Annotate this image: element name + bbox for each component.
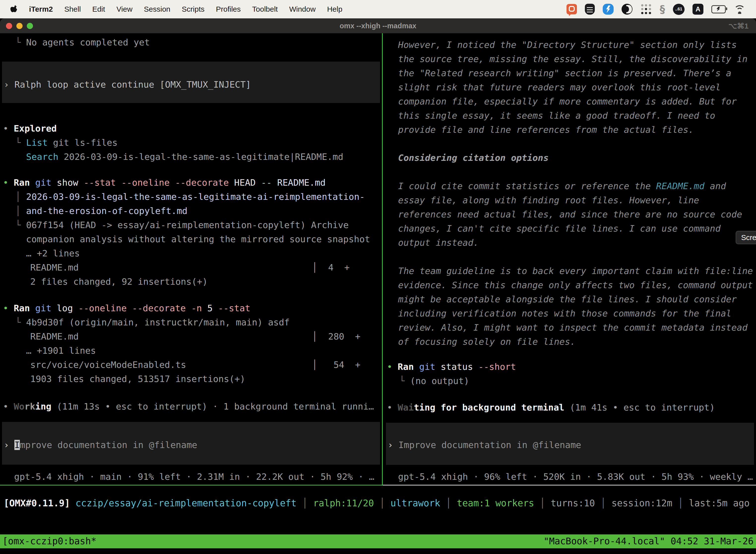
terminal-line: │ 54 + [312,359,360,371]
omx-bar-segment: last:5m ago [689,498,750,509]
menu-item-scripts[interactable]: Scripts [182,5,205,13]
terminal-line: I could cite commit statistics or refere… [398,180,726,192]
menu-item-shell[interactable]: Shell [64,5,81,13]
omx-bar-segment: [OMX#0.11.9] [4,498,70,509]
omx-bar-segment: turns:10 [551,498,595,509]
pie-icon[interactable] [622,4,632,15]
tmux-host-clock: "MacBook-Pro-44.local" 04:52 31-Mar-26 [544,535,754,548]
dots-grid-icon[interactable] [640,3,652,15]
menu-item-view[interactable]: View [117,5,132,13]
omx-bar-segment: │ [440,498,457,509]
terminal-line: › Improve documentation in @filename [4,439,197,451]
menu-item-session[interactable]: Session [144,5,170,13]
terminal-line: └ 067f154 (HEAD -> essay/ai-reimplementa… [15,219,349,231]
terminal-line: gpt-5.4 xhigh · 96% left · 520K in · 5.8… [398,471,753,483]
terminal-line: However, I noticed the "Directory Struct… [398,39,737,51]
wifi-icon[interactable] [734,4,746,14]
terminal-line: changes, I can't cite specific file line… [398,223,720,234]
terminal-line: │ 280 + [312,331,360,342]
battery-icon[interactable] [711,5,726,13]
terminal-line: … +1901 lines [26,345,96,356]
terminal-line: of focusing solely on file lines. [398,336,575,347]
menu-item-window[interactable]: Window [289,5,316,13]
right-terminal-pane[interactable]: However, I noticed the "Directory Struct… [384,33,756,485]
terminal-line: companion file, especially if more comme… [398,96,737,107]
screen: iTerm2ShellEditViewSessionScriptsProfile… [0,0,756,554]
badge-61-icon[interactable]: ..61 [673,4,685,15]
terminal-line: › Improve documentation in @filename [388,439,581,451]
terminal-line: essay file, along with finding root file… [398,195,699,206]
terminal-line: └ 4b9d30f (origin/main, instructkr/main,… [15,317,290,328]
shield-icon[interactable] [585,4,595,15]
terminal-line: • Working (11m 13s • esc to interrupt) ·… [3,401,374,412]
terminal-line: • Ran git status --short [387,361,516,373]
chat-icon[interactable] [567,4,577,14]
window-title: omx --xhigh --madmax [339,22,416,30]
omx-bar-segment: │ [672,498,689,509]
close-window-button[interactable] [6,23,12,29]
tmux-session-label: [omx-cczip0:bash* [2,535,97,548]
traffic-lights [6,23,33,29]
terminal-line: └ (no output) [399,375,469,387]
terminal-line: this single essay, it seems like a good … [398,110,715,121]
terminal-line: Considering citation options [398,152,549,164]
terminal-line: companion analysis without altering the … [26,233,370,245]
terminal-line: provide file and line references from th… [398,124,694,135]
terminal-line: │ 4 + [312,262,350,273]
omx-bar-segment: team:1 workers [457,498,534,509]
section-icon[interactable] [660,3,665,15]
minimize-window-button[interactable] [16,23,22,29]
menu-item-profiles[interactable]: Profiles [216,5,241,13]
terminal-line: README.md [30,262,79,273]
terminal-line: └ No agents completed yet [15,37,150,48]
terminal-line: • Ran git log --oneline --decorate -n 5 … [3,302,250,314]
omx-bar-segment: │ [595,498,612,509]
menu-items: iTerm2ShellEditViewSessionScriptsProfile… [23,5,348,13]
terminal-line: │ 2026-03-09-is-legal-the-same-as-legiti… [15,191,365,203]
omx-bar-segment: │ [534,498,551,509]
omx-bar-segment: │ [297,498,313,509]
terminal-line: › Ralph loop active continue [OMX_TMUX_I… [4,79,251,90]
terminal-line: The team guideline is to back every impo… [398,265,753,277]
menu-item-iterm2[interactable]: iTerm2 [29,5,53,13]
omx-bar-segment [70,498,75,509]
terminal-line: evidence. Since this change only affects… [398,279,753,291]
zoom-window-button[interactable] [27,23,33,29]
menu-bar: iTerm2ShellEditViewSessionScriptsProfile… [0,0,756,18]
terminal-line: Search 2026-03-09-is-legal-the-same-as-l… [15,151,343,163]
terminal-line: 1903 files changed, 513517 insertions(+) [30,373,245,385]
terminal-line: src/voice/voiceModeEnabled.ts [30,359,186,371]
right-pane-bottom-border [383,485,756,486]
screen-overlay-button[interactable]: Scre [736,231,756,244]
terminal-line: │ and-the-erosion-of-copyleft.md [15,205,188,217]
menu-item-toolbelt[interactable]: Toolbelt [252,5,278,13]
terminal: └ No agents completed yet› Ralph loop ac… [0,33,756,486]
left-terminal-pane[interactable]: └ No agents completed yet› Ralph loop ac… [0,33,382,485]
menu-item-edit[interactable]: Edit [92,5,105,13]
screen-overlay-button-label: Scre [741,233,756,242]
window-shortcut-badge: ⌥⌘1 [729,21,749,30]
window-title-bar: omx --xhigh --madmax ⌥⌘1 [0,18,756,33]
left-pane-bottom-border [0,485,382,486]
omx-bar-segment: ultrawork [390,498,440,509]
terminal-line: references need actual files, and since … [398,209,742,220]
terminal-line: … +2 lines [26,248,80,259]
omx-bar-segment: │ [374,498,391,509]
a-icon[interactable]: A [693,4,703,15]
menu-status-icons: ..61A [563,3,750,15]
terminal-line: README.md [30,331,79,342]
omx-bar-segment: session:12m [611,498,672,509]
terminal-line: might be acceptable alongside the file l… [398,294,737,305]
menu-item-help[interactable]: Help [327,5,342,13]
terminal-line: including verification notes with those … [398,308,732,319]
omx-status-bar: [OMX#0.11.9] cczip/essay/ai-reimplementa… [4,497,750,509]
terminal-line: • Explored [3,123,57,134]
terminal-line: └ List git ls-files [15,137,118,149]
tmux-status-bar: [omx-cczip0:bash* "MacBook-Pro-44.local"… [0,535,756,548]
apple-menu-icon[interactable] [10,4,18,14]
pane-divider[interactable] [382,33,383,486]
terminal-line: review. Also, I might want to inspect th… [398,322,748,333]
terminal-line: • Ran git show --stat --oneline --decora… [3,177,326,188]
terminal-line: the source tree, missing the essay. Stil… [398,53,748,65]
bolt-badge-icon[interactable] [603,4,614,15]
